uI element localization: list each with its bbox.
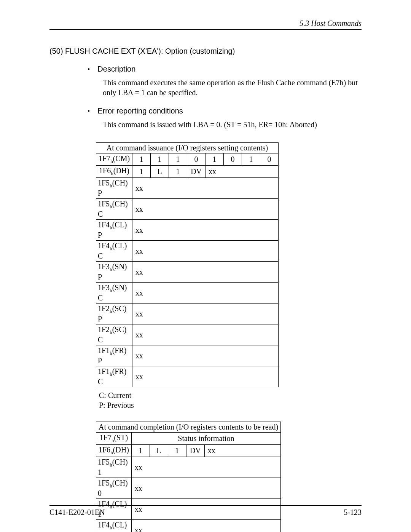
note-line: P: Previous (99, 400, 362, 410)
register-label: 1F3h(SN) P (96, 262, 132, 283)
bit-cell: 1 (132, 153, 151, 166)
bit-cell: 1 (132, 166, 151, 178)
bit-cell: xx (206, 166, 279, 178)
full-cell: Status information (131, 433, 280, 445)
table-row: 1F6h(DH)1L1DVxx (96, 445, 281, 457)
bit-cell: L (151, 166, 169, 178)
header-rule: 5.3 Host Commands (49, 19, 362, 30)
table-title: At command issuance (I/O registers setti… (96, 143, 279, 153)
table-row: 1F1h(FR) Pxx (96, 345, 279, 366)
register-label: 1F2h(SC) P (96, 304, 132, 324)
full-cell: xx (132, 345, 279, 366)
register-label: 1F2h(SC) C (96, 324, 132, 345)
register-label: 1F5h(CH) C (96, 199, 132, 220)
full-cell: xx (132, 283, 279, 304)
register-label: 1F6h(DH) (96, 445, 132, 457)
register-label: 1F4h(CL) 0 (96, 520, 132, 532)
register-label: 1F4h(CL) P (96, 220, 132, 241)
full-cell: xx (131, 457, 280, 478)
full-cell: xx (132, 304, 279, 324)
bit-cell: DV (186, 445, 204, 457)
header-section: 5.3 Host Commands (49, 19, 362, 29)
table-row: 1F2h(SC) Cxx (96, 324, 279, 345)
bullet-dot-icon: • (88, 65, 90, 74)
footer: C141-E202-01EN 5-123 (49, 505, 362, 517)
page: 5.3 Host Commands (50) FLUSH CACHE EXT (… (0, 0, 411, 532)
table-row: 1F7h(ST)Status information (96, 433, 281, 445)
table-row: 1F3h(SN) Pxx (96, 262, 279, 283)
bullet-label: Error reporting conditions (97, 107, 183, 115)
register-label: 1F1h(FR) C (96, 366, 132, 387)
issuance-notes: C: CurrentP: Previous (99, 390, 362, 410)
register-label: 1F1h(FR) P (96, 345, 132, 366)
issuance-table: At command issuance (I/O registers setti… (96, 142, 279, 387)
footer-left: C141-E202-01EN (49, 508, 105, 517)
full-cell: xx (132, 366, 279, 387)
table-row: 1F4h(CL) Cxx (96, 241, 279, 262)
bullet-error: • Error reporting conditions (88, 107, 362, 116)
table-row: 1F5h(CH) Cxx (96, 199, 279, 220)
full-cell: xx (132, 262, 279, 283)
table-row: 1F6h(DH)1L1DVxx (96, 166, 279, 178)
full-cell: xx (132, 324, 279, 345)
bit-cell: DV (187, 166, 206, 178)
bullet-label: Description (97, 65, 135, 73)
table-row: 1F3h(SN) Cxx (96, 283, 279, 304)
bit-cell: 0 (260, 153, 279, 166)
bit-cell: 1 (131, 445, 150, 457)
bit-cell: L (150, 445, 168, 457)
full-cell: xx (132, 178, 279, 199)
full-cell: xx (131, 520, 280, 532)
bit-cell: 0 (224, 153, 242, 166)
table-row: 1F5h(CH) 0xx (96, 478, 281, 499)
table-row: 1F1h(FR) Cxx (96, 366, 279, 387)
footer-right: 5-123 (344, 508, 362, 517)
error-text: This command is issued with LBA = 0. (ST… (103, 120, 358, 129)
command-title: (50) FLUSH CACHE EXT (X'EA'): Option (cu… (49, 47, 362, 56)
bit-cell: 1 (206, 153, 224, 166)
table-row: 1F5h(CH) Pxx (96, 178, 279, 199)
bit-cell: 1 (169, 166, 187, 178)
full-cell: xx (132, 241, 279, 262)
description-text: This command executes the same operation… (103, 78, 358, 97)
bit-cell: xx (204, 445, 280, 457)
full-cell: xx (132, 199, 279, 220)
register-label: 1F5h(CH) 1 (96, 457, 132, 478)
note-line: C: Current (99, 390, 362, 400)
table-row: 1F4h(CL) 0xx (96, 520, 281, 532)
register-label: 1F5h(CH) 0 (96, 478, 132, 499)
table-row: 1F2h(SC) Pxx (96, 304, 279, 324)
bullet-dot-icon: • (88, 107, 90, 116)
full-cell: xx (131, 478, 280, 499)
table-row: 1F7h(CM)11101010 (96, 153, 279, 166)
register-label: 1F7h(CM) (96, 153, 132, 166)
bit-cell: 1 (168, 445, 186, 457)
bullet-description: • Description (88, 65, 362, 74)
register-label: 1F5h(CH) P (96, 178, 132, 199)
register-label: 1F6h(DH) (96, 166, 132, 178)
bit-cell: 1 (169, 153, 187, 166)
register-label: 1F7h(ST) (96, 433, 132, 445)
table-row: 1F5h(CH) 1xx (96, 457, 281, 478)
table-title: At command completion (I/O registers con… (96, 422, 281, 433)
bit-cell: 1 (242, 153, 260, 166)
bit-cell: 0 (187, 153, 206, 166)
table-row: 1F4h(CL) Pxx (96, 220, 279, 241)
register-label: 1F3h(SN) C (96, 283, 132, 304)
register-label: 1F4h(CL) C (96, 241, 132, 262)
full-cell: xx (132, 220, 279, 241)
bit-cell: 1 (151, 153, 169, 166)
